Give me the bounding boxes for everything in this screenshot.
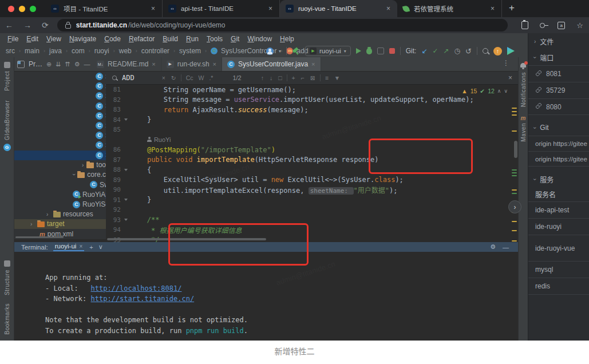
collapse-all-icon[interactable]: ⇈ xyxy=(65,61,70,68)
tool-label-gideabrowser[interactable]: GIdeaBrowser xyxy=(4,100,10,140)
browser-tab[interactable]: ‹›ruoyi-vue - TitanIDE× xyxy=(280,0,397,17)
port-item[interactable]: 8080 xyxy=(528,98,589,115)
browser-tab[interactable]: ‹›项目 - TitanIDE× xyxy=(45,0,163,17)
reload-icon[interactable]: ⟳ xyxy=(42,17,49,33)
service-item[interactable]: redis xyxy=(528,278,589,295)
editor-tab[interactable]: M↓README.md× xyxy=(92,57,161,71)
build-hammer-icon[interactable] xyxy=(292,48,300,55)
breadcrumb-item[interactable]: controller xyxy=(141,47,169,55)
close-icon[interactable]: × xyxy=(267,5,274,13)
tree-item[interactable]: CS xyxy=(14,140,106,150)
tree-item[interactable]: CRuoYiSer xyxy=(14,199,106,209)
fold-icon[interactable] xyxy=(121,169,131,171)
hide-panel-icon[interactable]: — xyxy=(84,61,90,68)
clipboard-icon[interactable] xyxy=(521,21,528,29)
expand-panel-arrow[interactable]: › xyxy=(508,200,521,213)
find-option-icon[interactable]: + xyxy=(292,74,295,81)
more-options-icon[interactable]: ⋮ xyxy=(503,59,509,67)
gear-icon[interactable]: ⚙ xyxy=(74,61,80,68)
close-icon[interactable]: × xyxy=(213,61,216,68)
find-option-icon[interactable]: W xyxy=(198,74,204,81)
tool-label-project[interactable]: Project xyxy=(4,71,10,91)
terminal-tab[interactable]: ruoyi-ui × xyxy=(53,243,85,251)
find-option-icon[interactable]: ↻ xyxy=(171,74,176,81)
rollback-icon[interactable]: ↺ xyxy=(465,47,472,56)
locate-file-icon[interactable]: ⊕ xyxy=(46,61,52,68)
menu-view[interactable]: View xyxy=(42,35,65,43)
bookmark-star-icon[interactable]: ☆ xyxy=(576,21,583,30)
menu-run[interactable]: Run xyxy=(182,35,203,43)
tree-item[interactable]: ›target xyxy=(14,219,106,229)
tool-label-bookmarks[interactable]: Bookmarks xyxy=(4,303,10,335)
project-tool-icon[interactable] xyxy=(4,62,10,68)
breadcrumb-item[interactable]: ruoyi xyxy=(94,47,109,55)
vertical-scrollbar[interactable] xyxy=(514,141,517,158)
menu-window[interactable]: Window xyxy=(243,35,276,43)
fold-icon[interactable] xyxy=(121,219,131,221)
gideabrowser-icon[interactable]: G xyxy=(3,144,11,151)
git-remote-item[interactable]: origin https://gitee xyxy=(528,136,589,151)
terminal-settings-gear-icon[interactable]: ⚙ xyxy=(490,243,496,251)
back-icon[interactable]: ← xyxy=(5,17,13,33)
breadcrumb-item[interactable]: system xyxy=(179,47,201,55)
git-remote-item[interactable]: origin https://gitee xyxy=(528,151,589,167)
fold-icon[interactable] xyxy=(121,118,131,121)
fold-icon[interactable] xyxy=(121,199,131,201)
find-option-icon[interactable]: ⌐ xyxy=(301,74,305,81)
section-git[interactable]: › Git xyxy=(528,120,589,136)
menu-build[interactable]: Build xyxy=(159,35,182,43)
debug-bug-icon[interactable] xyxy=(366,48,372,54)
menu-git[interactable]: Git xyxy=(227,35,243,43)
run-button[interactable] xyxy=(356,48,361,54)
stop-button[interactable] xyxy=(389,48,395,54)
prev-issue-icon[interactable]: ∧ xyxy=(497,88,501,94)
section-ports[interactable]: › 端口 xyxy=(528,49,589,65)
find-option-icon[interactable]: ▼ xyxy=(334,74,340,81)
new-tab-button[interactable]: + xyxy=(502,2,523,17)
inspections-widget[interactable]: ▲ 15 ✔ 12 ∧ ∨ xyxy=(461,88,508,94)
find-option-icon[interactable]: × xyxy=(162,74,165,81)
close-icon[interactable]: × xyxy=(150,5,156,13)
tree-item[interactable]: ›core.c xyxy=(14,170,106,180)
tree-item[interactable]: CS xyxy=(14,91,106,101)
find-query[interactable]: ADD xyxy=(122,74,135,82)
run-config-selector[interactable]: ▶ ruoyi-ui ▾ xyxy=(305,46,351,56)
tree-item[interactable]: ›too xyxy=(14,160,106,170)
maximize-window-button[interactable] xyxy=(30,6,36,12)
find-option-icon[interactable]: ↑ xyxy=(261,74,264,81)
chevron-icon[interactable]: › xyxy=(30,221,35,227)
browser-tab[interactable]: 若依管理系统× xyxy=(397,0,502,17)
git-commit-check-icon[interactable]: ✓ xyxy=(432,47,438,55)
service-item[interactable]: mysql xyxy=(528,262,589,278)
horizontal-scrollbar[interactable] xyxy=(15,236,64,238)
tree-item[interactable]: CSwa xyxy=(14,180,106,189)
notifications-bell-icon[interactable] xyxy=(520,63,526,68)
tree-item[interactable]: CS xyxy=(14,130,106,140)
terminal-link[interactable]: http://localhost:8081/ xyxy=(90,284,181,292)
find-option-icon[interactable]: ↓ xyxy=(270,74,272,81)
port-item[interactable]: 35729 xyxy=(528,82,589,98)
menu-edit[interactable]: Edit xyxy=(22,35,42,43)
find-option-icon[interactable]: .* xyxy=(209,74,213,81)
service-item[interactable]: ide-ruoyi xyxy=(528,219,589,235)
close-icon[interactable]: × xyxy=(489,5,496,13)
forward-icon[interactable]: → xyxy=(23,17,31,33)
close-window-button[interactable] xyxy=(8,6,14,12)
chevron-down-icon[interactable]: ∨ xyxy=(98,243,103,251)
breadcrumb-item[interactable]: main xyxy=(25,47,39,55)
breadcrumb-item[interactable]: src xyxy=(6,47,15,55)
close-icon[interactable]: × xyxy=(311,61,315,68)
history-clock-icon[interactable]: ◷ xyxy=(454,47,460,55)
breadcrumb-item[interactable]: web xyxy=(119,47,132,55)
editor-tab[interactable]: CSysUserController.java× xyxy=(222,57,321,71)
find-option-icon[interactable]: ⊠ xyxy=(310,74,315,81)
find-option-icon[interactable]: □ xyxy=(278,74,282,81)
chevron-icon[interactable]: › xyxy=(71,173,77,176)
tree-item[interactable]: ›resources xyxy=(14,209,106,219)
close-icon[interactable]: × xyxy=(152,61,155,68)
browser-tab[interactable]: ‹›api-test - TitanIDE× xyxy=(163,0,280,17)
breadcrumb-item[interactable]: com xyxy=(72,47,85,55)
close-icon[interactable]: × xyxy=(508,74,512,82)
tree-item[interactable]: CRuoYiApp xyxy=(14,189,106,199)
close-icon[interactable]: × xyxy=(79,243,82,250)
